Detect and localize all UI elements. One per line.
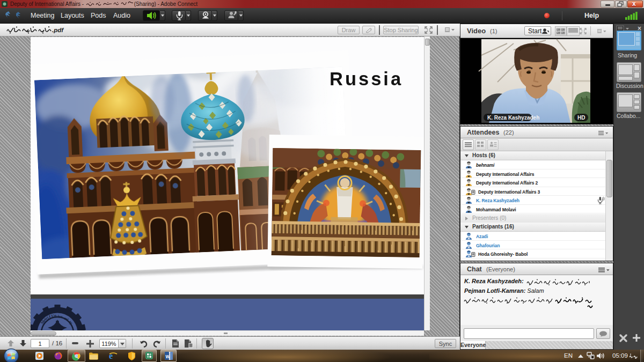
svg-text:ive: ive <box>57 314 63 319</box>
svg-text:K. Reza Kashyzadeh: K. Reza Kashyzadeh <box>487 115 539 121</box>
svg-text:.pdf: .pdf <box>52 27 64 33</box>
svg-text:f Un: f Un <box>49 313 57 319</box>
svg-text:Russia: Russia <box>330 69 403 89</box>
svg-text:ty: ty <box>68 320 74 326</box>
svg-text:HD: HD <box>577 115 585 121</box>
